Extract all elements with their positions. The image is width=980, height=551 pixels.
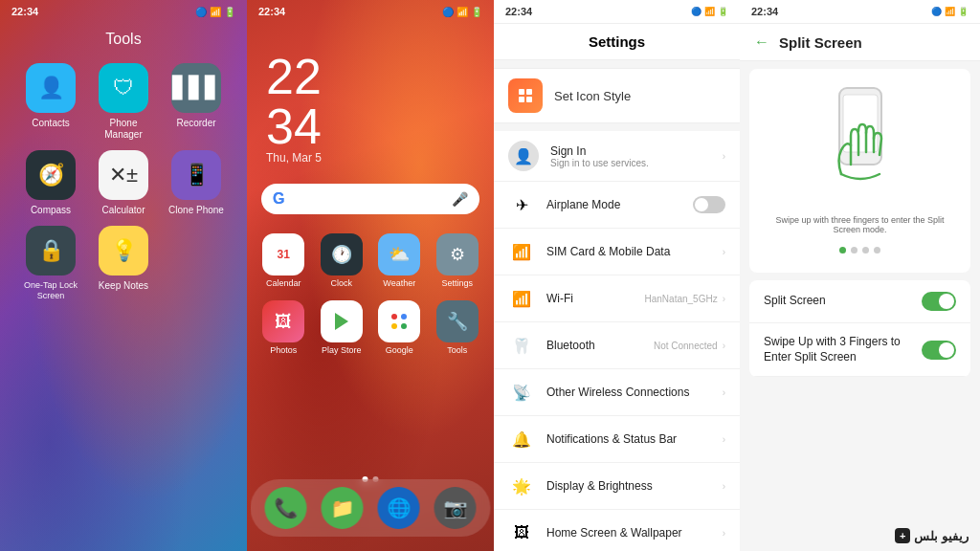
watermark-text: ريفيو بلس	[914, 529, 969, 543]
svg-rect-8	[526, 97, 532, 102]
bt-title: Bluetooth	[546, 339, 642, 352]
app-contacts[interactable]: 👤 Contacts	[19, 63, 82, 141]
app-google-apps[interactable]: Google	[374, 300, 425, 355]
settings-airplane[interactable]: ✈ Airplane Mode	[494, 182, 740, 229]
mic-icon: 🎤	[452, 191, 468, 207]
calculator-label: Calculator	[101, 205, 145, 216]
app-clock[interactable]: 🕐 Clock	[317, 233, 368, 288]
app-recorder[interactable]: ▋▋▋ Recorder	[165, 63, 228, 141]
status-time-home: 22:34	[258, 6, 285, 17]
photos-home-icon: 🖼	[262, 300, 304, 342]
google-apps-label: Google	[386, 345, 413, 355]
ss-dot-2	[851, 247, 858, 253]
settings-bluetooth[interactable]: 🦷 Bluetooth Not Connected ›	[494, 322, 740, 369]
svg-rect-5	[519, 89, 524, 95]
bt-icon-s: 🔵	[691, 7, 702, 16]
app-calculator[interactable]: ✕± Calculator	[92, 150, 155, 216]
keepnotes-label: Keep Notes	[99, 280, 148, 292]
weather-home-icon: ⛅	[378, 233, 420, 276]
app-lockscreen[interactable]: 🔒 One-Tap Lock Screen	[19, 226, 82, 301]
homescreen-content: Home Screen & Wallpaper	[546, 526, 711, 540]
status-time-settings: 22:34	[505, 6, 532, 17]
dock-files[interactable]: 📁	[322, 487, 364, 529]
signin-chevron: ›	[723, 151, 725, 162]
tools-title: Tools	[0, 31, 247, 48]
signin-title: Sign In	[550, 144, 711, 158]
signin-avatar: 👤	[508, 141, 539, 171]
settings-display[interactable]: 🌟 Display & Brightness ›	[494, 463, 740, 510]
status-bar-tools: 22:34 🔵 📶 🔋	[0, 0, 247, 23]
ss-back-button[interactable]: ←	[754, 33, 769, 51]
status-icons-ss: 🔵 📶 🔋	[931, 7, 969, 16]
app-photos[interactable]: 🖼 Photos	[258, 300, 309, 355]
battery-icon-ss: 🔋	[958, 7, 969, 16]
ss-settings-list: Split Screen Swipe Up with 3 Fingers to …	[749, 280, 970, 377]
homescreen-title: Home Screen & Wallpaper	[546, 526, 711, 540]
sim-chevron: ›	[723, 247, 725, 257]
playstore-home-icon	[321, 300, 363, 342]
app-playstore[interactable]: Play Store	[317, 300, 368, 355]
settings-notifications[interactable]: 🔔 Notifications & Status Bar ›	[494, 416, 740, 463]
bt-icon: 🔵	[195, 7, 207, 17]
wifi-title: Wi-Fi	[546, 292, 634, 305]
status-bar-ss: 22:34 🔵 📶 🔋	[740, 0, 980, 24]
wireless-content: Other Wireless Connections	[546, 386, 711, 399]
bt-content: Bluetooth	[546, 339, 642, 352]
photos-home-label: Photos	[270, 345, 297, 355]
ss-hand-illustration	[813, 83, 908, 208]
google-logo: G	[273, 190, 284, 208]
ss-toggle1[interactable]	[922, 292, 956, 311]
airplane-toggle[interactable]	[693, 196, 725, 213]
airplane-content: Airplane Mode	[546, 198, 681, 211]
clock-home-label: Clock	[330, 278, 352, 288]
app-calendar[interactable]: 31 Calendar	[258, 233, 309, 288]
contacts-icon: 👤	[26, 63, 76, 113]
settings-wifi[interactable]: 📶 Wi-Fi HanNatan_5GHz ›	[494, 276, 740, 322]
settings-wireless[interactable]: 📡 Other Wireless Connections ›	[494, 369, 740, 416]
bluetooth-icon: 🦷	[508, 332, 535, 359]
ss-toggle2-item[interactable]: Swipe Up with 3 Fingers to Enter Split S…	[749, 323, 970, 377]
home-search-bar[interactable]: G 🎤	[261, 184, 479, 214]
bt-right: Not Connected ›	[654, 341, 725, 351]
dock: 📞 📁 🌐 📷	[251, 479, 491, 537]
settings-signin[interactable]: 👤 Sign In Sign in to use services. ›	[494, 131, 740, 182]
settings-homescreen[interactable]: 🖼 Home Screen & Wallpaper ›	[494, 510, 740, 551]
wifi-icon-s: 📶	[704, 7, 715, 16]
status-time-tools: 22:34	[11, 6, 38, 17]
app-phonemanager[interactable]: 🛡 Phone Manager	[92, 63, 155, 141]
app-clonephone[interactable]: 📱 Clone Phone	[165, 150, 228, 216]
ss-toggle2[interactable]	[922, 341, 956, 360]
panel-splitscreen: 22:34 🔵 📶 🔋 ← Split Screen	[740, 0, 980, 551]
home-hour: 22 34	[266, 52, 475, 151]
app-keepnotes[interactable]: 💡 Keep Notes	[92, 226, 155, 301]
ss-dot-4	[874, 247, 880, 253]
app-tools-home[interactable]: 🔧 Tools	[433, 300, 483, 355]
dock-chrome[interactable]: 🌐	[378, 487, 420, 529]
wireless-icon: 📡	[508, 379, 535, 406]
settings-sim[interactable]: 📶 SIM Card & Mobile Data ›	[494, 229, 740, 276]
calendar-home-icon: 31	[262, 233, 304, 276]
ss-title: Split Screen	[779, 34, 862, 51]
bt-icon-ss: 🔵	[931, 7, 942, 16]
app-compass[interactable]: 🧭 Compass	[19, 150, 82, 216]
signin-sub: Sign in to use services.	[550, 158, 711, 168]
settings-icon-style-row[interactable]: Set Icon Style	[494, 68, 740, 123]
status-icons-home: 🔵 📶 🔋	[442, 7, 482, 17]
recorder-label: Recorder	[176, 118, 215, 129]
keepnotes-icon: 💡	[99, 226, 148, 276]
app-weather[interactable]: ⛅ Weather	[374, 233, 425, 288]
homescreen-chevron: ›	[723, 528, 725, 539]
clonephone-label: Clone Phone	[168, 205, 224, 216]
ss-dot-1	[839, 247, 846, 253]
ss-toggle1-item[interactable]: Split Screen	[749, 280, 970, 323]
dock-camera[interactable]: 📷	[434, 487, 477, 529]
lockscreen-label: One-Tap Lock Screen	[19, 280, 82, 301]
wireless-title: Other Wireless Connections	[546, 386, 711, 399]
dock-phone[interactable]: 📞	[265, 487, 307, 529]
airplane-icon: ✈	[508, 191, 535, 218]
notifications-title: Notifications & Status Bar	[546, 432, 711, 446]
homescreen-icon: 🖼	[508, 519, 535, 546]
app-settings-home[interactable]: ⚙ Settings	[433, 233, 483, 288]
ss-toggle1-label: Split Screen	[764, 294, 912, 309]
ss-caption: Swipe up with three fingers to enter the…	[764, 215, 956, 234]
